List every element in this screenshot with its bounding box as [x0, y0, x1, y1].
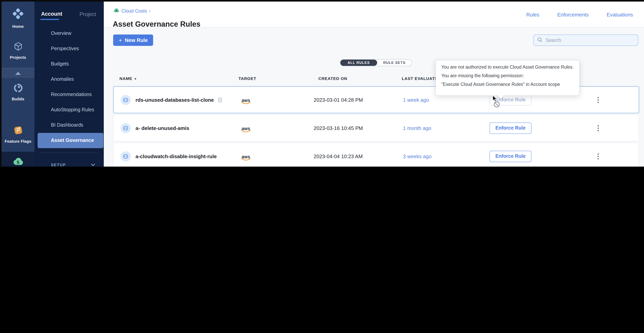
builds-icon: [13, 88, 23, 95]
column-header-created-on[interactable]: CREATED ON: [318, 76, 347, 81]
rule-icon: [120, 123, 131, 133]
rule-name: a-cloudwatch-disable-insight-rule: [136, 153, 217, 159]
toolbar: + New Rule: [113, 35, 638, 46]
search-input[interactable]: [545, 37, 634, 43]
toggle-all-rules[interactable]: ALL RULES: [340, 60, 377, 66]
new-rule-button[interactable]: + New Rule: [113, 35, 153, 46]
rail-collapse-band[interactable]: [2, 68, 34, 78]
tab-account[interactable]: Account: [41, 11, 62, 17]
tooltip-line: You are not authorized to execute Cloud …: [441, 65, 574, 70]
header-nav: Rules Enforcements Evaluations: [526, 2, 633, 28]
sidebar-item-perspectives[interactable]: Perspectives: [34, 41, 104, 57]
rule-name: a- delete-unused-amis: [136, 125, 189, 131]
window-left-edge: [0, 0, 2, 167]
sidebar-item-setup[interactable]: SETUP: [34, 160, 104, 167]
rules-view-toggle: ALL RULES RULE SETS: [340, 59, 412, 66]
created-on-cell: 2023-04-04 10:23 AM: [314, 153, 363, 159]
rail-item-feature-flags[interactable]: Feature Flags: [2, 125, 34, 143]
breadcrumb[interactable]: $ Cloud Costs ›: [113, 8, 150, 15]
module-sidebar: Account Project OverviewPerspectivesBudg…: [34, 2, 104, 167]
created-on-cell: 2023-03-16 10:45 PM: [314, 125, 363, 131]
last-evaluation-link[interactable]: 1 week ago: [403, 97, 429, 103]
module-rail: Home Projects Builds F: [2, 2, 34, 167]
app-window: Home Projects Builds F: [0, 0, 644, 167]
kebab-menu[interactable]: [596, 152, 600, 161]
rail-item-cloud-costs[interactable]: $ Cloud Costs: [2, 157, 34, 167]
nav-link-enforcements[interactable]: Enforcements: [557, 12, 588, 18]
sidebar-item-bi-dashboards[interactable]: BI Dashboards: [34, 118, 104, 133]
cube-icon: [13, 46, 23, 53]
nav-link-rules[interactable]: Rules: [526, 12, 540, 18]
created-on-cell: 2023-03-01 04:28 PM: [314, 97, 363, 103]
column-header-target[interactable]: TARGET: [238, 76, 256, 81]
breadcrumb-link[interactable]: Cloud Costs: [122, 8, 147, 14]
new-rule-label: New Rule: [125, 37, 148, 43]
window-top-edge: [0, 0, 644, 2]
harness-logo-icon: [11, 15, 25, 22]
rule-icon: [120, 151, 131, 161]
cloud-dollar-icon: $: [12, 161, 24, 167]
kebab-menu[interactable]: [596, 95, 600, 104]
sidebar-divider: [41, 152, 98, 153]
rule-icon: [120, 95, 131, 105]
copy-icon[interactable]: [217, 97, 222, 103]
enforce-rule-button[interactable]: Enforce Rule: [490, 94, 532, 105]
table-row[interactable]: a- delete-unused-amis aws 2023-03-16 10:…: [113, 115, 639, 142]
plus-icon: +: [119, 37, 122, 43]
permission-tooltip: You are not authorized to execute Cloud …: [436, 60, 580, 96]
rail-label: Projects: [2, 55, 34, 60]
cloud-dollar-icon: $: [113, 8, 120, 15]
page-title: Asset Governance Rules: [113, 20, 200, 29]
chevron-up-icon: [15, 72, 21, 75]
sidebar-item-recommendations[interactable]: Recommendations: [34, 87, 104, 102]
aws-target-logo: aws: [242, 124, 250, 132]
column-header-name[interactable]: NAME▼: [120, 76, 137, 81]
page-header: $ Cloud Costs › Asset Governance Rules R…: [104, 2, 644, 28]
rail-label: Builds: [2, 96, 34, 101]
search-box: [533, 35, 638, 46]
sidebar-item-anomalies[interactable]: Anomalies: [34, 72, 104, 87]
rail-label: Home: [2, 24, 34, 29]
setup-label: SETUP: [51, 163, 66, 167]
aws-target-logo: aws: [242, 153, 250, 160]
sidebar-item-overview[interactable]: Overview: [34, 26, 104, 41]
sort-caret-icon: ▼: [134, 77, 137, 81]
last-evaluation-link[interactable]: 3 weeks ago: [403, 153, 432, 159]
tooltip-line: "Execute Cloud Asset Governance Rules" i…: [441, 82, 574, 87]
sidebar-item-asset-governance[interactable]: Asset Governance: [38, 133, 104, 148]
rail-item-builds[interactable]: Builds: [2, 83, 34, 101]
active-tab-underline: [40, 19, 59, 20]
aws-target-logo: aws: [242, 96, 250, 103]
rule-name: rds-unused-databases-list-clone: [136, 97, 222, 103]
sidebar-menu: OverviewPerspectivesBudgetsAnomaliesReco…: [34, 26, 104, 148]
last-evaluation-link[interactable]: 1 month ago: [403, 125, 431, 131]
enforce-rule-button[interactable]: Enforce Rule: [490, 122, 532, 134]
table-row[interactable]: a-cloudwatch-disable-insight-rule aws 20…: [113, 143, 639, 167]
rail-item-home[interactable]: Home: [2, 7, 34, 29]
sidebar-item-autostopping-rules[interactable]: AutoStopping Rules: [34, 102, 104, 118]
chevron-down-icon: [91, 163, 95, 166]
flag-icon: [13, 130, 23, 137]
sidebar-item-budgets[interactable]: Budgets: [34, 57, 104, 72]
rules-table: rds-unused-databases-list-clone aws 2023…: [113, 86, 639, 167]
svg-text:$: $: [17, 160, 20, 165]
tooltip-line: You are missing the following permission…: [441, 73, 574, 78]
rail-label: Feature Flags: [2, 139, 34, 143]
breadcrumb-chevron: ›: [149, 8, 150, 14]
kebab-menu[interactable]: [596, 124, 600, 133]
rail-item-projects[interactable]: Projects: [2, 41, 34, 60]
enforce-rule-button[interactable]: Enforce Rule: [490, 151, 532, 162]
svg-text:$: $: [116, 9, 117, 12]
search-icon: [537, 37, 542, 44]
nav-link-evaluations[interactable]: Evaluations: [607, 12, 633, 18]
toggle-rule-sets[interactable]: RULE SETS: [377, 60, 412, 66]
tab-project[interactable]: Project: [80, 11, 96, 17]
